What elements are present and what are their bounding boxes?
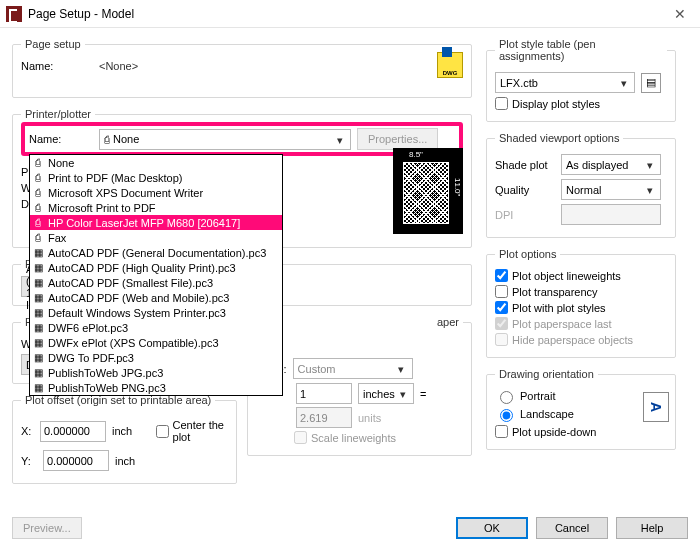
properties-button[interactable]: Properties...	[357, 128, 438, 150]
plot-scale-legend-fragment: xxxxxxxxxxxxxxxxxxxxxxaper	[256, 316, 463, 328]
shaded-viewport-legend: Shaded viewport options	[495, 132, 623, 144]
dialog-footer: Preview... OK Cancel Help	[0, 508, 700, 548]
paper-preview: 8.5" 11.0"	[393, 148, 463, 234]
printer-legend: Printer/plotter	[21, 108, 95, 120]
plotter-icon: ▦	[32, 367, 44, 379]
shade-plot-combo[interactable]: As displayed▾	[561, 154, 661, 175]
quality-label: Quality	[495, 184, 555, 196]
plot-style-legend: Plot style table (pen assignments)	[495, 38, 667, 62]
y-input[interactable]	[43, 450, 109, 471]
page-setup-group: Page setup Name: <None> DWG	[12, 38, 472, 98]
printer-name-combo[interactable]: ⎙ None ▾	[99, 129, 351, 150]
printer-name-label: Name:	[29, 133, 93, 145]
close-button[interactable]: ✕	[660, 0, 700, 28]
printer-option[interactable]: ⎙None	[30, 155, 282, 170]
hide-paperspace-checkbox: Hide paperspace objects	[495, 333, 667, 346]
printer-icon: ⎙	[32, 202, 44, 214]
x-input[interactable]	[40, 421, 106, 442]
printer-icon: ⎙	[32, 232, 44, 244]
upside-down-checkbox[interactable]: Plot upside-down	[495, 425, 667, 438]
printer-icon: ⎙	[32, 157, 44, 169]
plotter-icon: ▦	[32, 352, 44, 364]
cancel-button[interactable]: Cancel	[536, 517, 608, 539]
printer-option[interactable]: ▦DWF6 ePlot.pc3	[30, 320, 282, 335]
plot-paperspace-checkbox: Plot paperspace last	[495, 317, 667, 330]
preview-button[interactable]: Preview...	[12, 517, 82, 539]
plot-options-group: Plot options Plot object lineweights Plo…	[486, 248, 676, 358]
plot-options-legend: Plot options	[495, 248, 560, 260]
plot-style-combo[interactable]: LFX.ctb▾	[495, 72, 635, 93]
scale-units-combo[interactable]: inches▾	[358, 383, 414, 404]
printer-icon: ⎙	[32, 187, 44, 199]
chevron-down-icon: ▾	[394, 362, 409, 377]
chevron-down-icon: ▾	[395, 387, 410, 402]
printer-option[interactable]: ▦AutoCAD PDF (High Quality Print).pc3	[30, 260, 282, 275]
printer-option[interactable]: ▦PublishToWeb PNG.pc3	[30, 380, 282, 395]
preview-width: 8.5"	[409, 150, 423, 159]
printer-option[interactable]: ⎙Fax	[30, 230, 282, 245]
y-unit: inch	[115, 455, 135, 467]
printer-option[interactable]: ⎙Microsoft XPS Document Writer	[30, 185, 282, 200]
equals-label: =	[420, 388, 426, 400]
printer-option[interactable]: ⎙Print to PDF (Mac Desktop)	[30, 170, 282, 185]
printer-option[interactable]: ⎙Microsoft Print to PDF	[30, 200, 282, 215]
chevron-down-icon: ▾	[642, 158, 657, 173]
printer-option[interactable]: ▦AutoCAD PDF (Web and Mobile).pc3	[30, 290, 282, 305]
pagesetup-name-value: <None>	[99, 60, 138, 72]
scale-denominator-input[interactable]	[296, 407, 352, 428]
scale-lineweights-checkbox: Scale lineweights	[294, 431, 463, 444]
chevron-down-icon: ▾	[332, 133, 347, 148]
y-label: Y:	[21, 455, 37, 467]
chevron-down-icon: ▾	[642, 183, 657, 198]
center-plot-checkbox[interactable]: Center the plot	[156, 419, 228, 443]
printer-option[interactable]: ▦Default Windows System Printer.pc3	[30, 305, 282, 320]
plot-with-styles-checkbox[interactable]: Plot with plot styles	[495, 301, 667, 314]
scale-numerator-input[interactable]	[296, 383, 352, 404]
printer-icon: ⎙	[32, 172, 44, 184]
printer-icon: ⎙	[32, 217, 44, 229]
orientation-legend: Drawing orientation	[495, 368, 598, 380]
shade-plot-label: Shade plot	[495, 159, 555, 171]
plot-transparency-checkbox[interactable]: Plot transparency	[495, 285, 667, 298]
plotter-icon: ▦	[32, 382, 44, 394]
plotter-icon: ▦	[32, 262, 44, 274]
quality-combo[interactable]: Normal▾	[561, 179, 661, 200]
printer-option-selected[interactable]: ⎙HP Color LaserJet MFP M680 [206417]	[30, 215, 282, 230]
ok-button[interactable]: OK	[456, 517, 528, 539]
chevron-down-icon: ▾	[616, 76, 631, 91]
shaded-viewport-group: Shaded viewport options Shade plot As di…	[486, 132, 676, 238]
x-label: X:	[21, 425, 34, 437]
window-title: Page Setup - Model	[28, 7, 660, 21]
edit-style-button[interactable]: ▤	[641, 73, 661, 93]
printer-option[interactable]: ▦AutoCAD PDF (General Documentation).pc3	[30, 245, 282, 260]
help-button[interactable]: Help	[616, 517, 688, 539]
orientation-group: Drawing orientation Portrait Landscape P…	[486, 368, 676, 450]
page-setup-legend: Page setup	[21, 38, 85, 50]
printer-group: Printer/plotter Name: ⎙ None ▾ Propertie…	[12, 108, 472, 248]
plot-lineweights-checkbox[interactable]: Plot object lineweights	[495, 269, 667, 282]
printer-option[interactable]: ▦AutoCAD PDF (Smallest File).pc3	[30, 275, 282, 290]
plotter-icon: ▦	[32, 337, 44, 349]
landscape-radio[interactable]: Landscape	[495, 406, 667, 422]
title-bar: Page Setup - Model ✕	[0, 0, 700, 28]
plotter-icon: ▦	[32, 277, 44, 289]
dpi-input	[561, 204, 661, 225]
display-plot-styles-checkbox[interactable]: Display plot styles	[495, 97, 667, 110]
orientation-icon: A	[643, 392, 669, 422]
printer-option[interactable]: ▦DWG To PDF.pc3	[30, 350, 282, 365]
plotter-icon: ▦	[32, 247, 44, 259]
scale-combo[interactable]: Custom▾	[293, 358, 413, 379]
app-icon	[6, 6, 22, 22]
printer-dropdown-list[interactable]: ⎙None ⎙Print to PDF (Mac Desktop) ⎙Micro…	[29, 154, 283, 396]
plotter-icon: ▦	[32, 292, 44, 304]
dwg-icon: DWG	[437, 52, 463, 78]
portrait-radio[interactable]: Portrait	[495, 388, 667, 404]
dpi-label: DPI	[495, 209, 555, 221]
plot-offset-group: Plot offset (origin set to printable are…	[12, 394, 237, 484]
preview-height: 11.0"	[453, 178, 462, 196]
printer-option[interactable]: ▦PublishToWeb JPG.pc3	[30, 365, 282, 380]
denominator-unit: units	[358, 412, 381, 424]
plotter-icon: ▦	[32, 322, 44, 334]
name-label: Name:	[21, 60, 93, 72]
printer-option[interactable]: ▦DWFx ePlot (XPS Compatible).pc3	[30, 335, 282, 350]
